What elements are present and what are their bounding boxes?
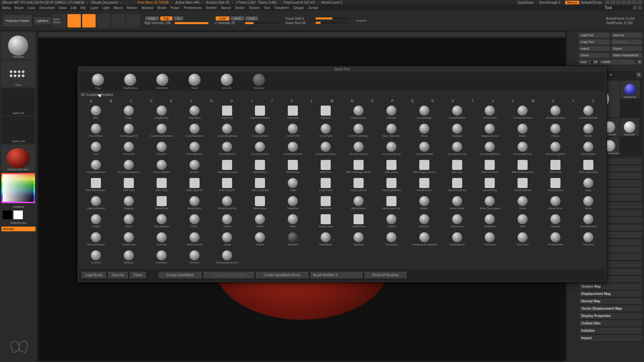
menu-light[interactable]: Light (102, 6, 110, 10)
brush-rake[interactable]: Rake (276, 213, 309, 231)
menu-zscript[interactable]: Zscript (308, 6, 318, 10)
brush-curvestandard[interactable]: CurveStandard (178, 122, 211, 140)
brush-creasecurve[interactable]: CreaseCurve (342, 104, 375, 122)
alpha-filter-U[interactable]: U (483, 99, 503, 103)
brush-weave1[interactable]: Weave1 (112, 249, 145, 267)
brush-move-topological[interactable]: Move Topological (474, 195, 506, 213)
brush-curvebridge[interactable]: CurveBridge (408, 104, 441, 122)
brush-imm-trein[interactable]: IMM Trein (145, 177, 178, 195)
brush-curvepinch[interactable]: CurvePinch (79, 122, 112, 140)
subpalette-vector-displacement-map[interactable]: Vector Displacement Map (578, 305, 643, 312)
brush-pen-a[interactable]: Pen A (112, 213, 145, 231)
brush-transpose[interactable]: Transpose (375, 231, 408, 249)
brush-imm-parts[interactable]: IMM Parts (539, 159, 572, 177)
alternate-button[interactable]: Alternate (1, 227, 36, 231)
clone-brush-button[interactable]: Clone (129, 271, 147, 279)
brush-insertcylinder[interactable]: InsertCylinder (342, 177, 375, 195)
brush-spiral[interactable]: Spiral (211, 231, 244, 249)
menu-texture[interactable]: Texture (249, 6, 260, 10)
rgb-intensity-slider[interactable]: Rgb Intensity 100 (145, 21, 175, 25)
brush-inserthcylinder[interactable]: InsertHCylinder (441, 177, 474, 195)
brush-claybuildup[interactable]: ClayBuildup (145, 104, 178, 122)
brush-maskcircle[interactable]: MaskCircle (145, 195, 178, 213)
brush-modifier-slider[interactable]: Brush Modifier 0 (310, 271, 363, 279)
brush-pinch[interactable]: Pinch (178, 213, 211, 231)
subpalette-import[interactable]: Import (578, 335, 643, 342)
brush-softclay[interactable]: SoftClay (145, 231, 178, 249)
window-btn-3[interactable] (616, 0, 621, 4)
draw-size-slider[interactable]: Draw Size 64 (285, 21, 316, 25)
switchcolor-button[interactable]: SwitchColor (1, 221, 36, 225)
brush-groomspinknot[interactable]: GroomSpinKnot (79, 159, 112, 177)
alpha-filter-X[interactable]: X (543, 99, 563, 103)
texture-thumbnail[interactable]: Texture Off (1, 117, 35, 143)
brush-elastic[interactable]: Elastic (506, 122, 539, 140)
zcut-button[interactable]: Zcut (246, 16, 258, 20)
scale-mode-button[interactable] (112, 14, 125, 27)
goz-visible-button[interactable]: Visible (599, 59, 636, 65)
brush-imm-gun[interactable]: IMM Gun (441, 159, 474, 177)
brush-topology[interactable]: Topology (342, 231, 375, 249)
brush-zproject[interactable]: ZProject (178, 249, 211, 267)
seethrough-slider[interactable]: See-through 0 (539, 1, 560, 4)
brush-inserthcube[interactable]: InsertHCube (408, 177, 441, 195)
window-btn-4[interactable] (621, 0, 626, 4)
brush-zremesherguides[interactable]: ZRemesherGuides (211, 249, 244, 267)
palette-dock-2[interactable] (638, 6, 642, 10)
brush-fold[interactable]: Fold (79, 140, 112, 159)
goz-button[interactable]: GoZ (578, 59, 592, 65)
quickpick-standard[interactable]: Standard (244, 74, 274, 89)
brush-slicecirc[interactable]: SliceCirc (408, 213, 441, 231)
tool-thumb-alphabrush[interactable]: AlphaBrush (621, 80, 640, 99)
menus-toggle[interactable]: Menus (565, 1, 579, 4)
brush-curveeditable[interactable]: CurveEditable (441, 104, 474, 122)
brush-fracture[interactable]: Fracture (145, 140, 178, 159)
make-polymesh3d-button[interactable]: Make PolyMesh3D (611, 52, 643, 58)
color-picker[interactable] (1, 173, 35, 203)
brush-groomspike[interactable]: GroomSpike (572, 140, 605, 159)
create-insertmesh-button[interactable]: Create InsertMesh (158, 271, 202, 279)
brush-displacecurve[interactable]: DisplaceCurve (474, 122, 506, 140)
brush-imm-stemgears[interactable]: IMM StemGears (79, 177, 112, 195)
brush-clipcurve[interactable]: ClipCurve (276, 104, 309, 122)
brush-blob[interactable]: Blob (79, 104, 112, 122)
alpha-filter-F[interactable]: F (181, 99, 202, 103)
brush-trimlasso[interactable]: TrimLasso (572, 231, 605, 249)
menu-marker[interactable]: Marker (127, 6, 137, 10)
reset-brushes-button[interactable]: Reset All Brushes (364, 271, 407, 279)
brush-noise[interactable]: Noise (572, 195, 605, 213)
brush-crumple[interactable]: Crumple (375, 104, 408, 122)
brush-displace[interactable]: Displace (441, 122, 474, 140)
brush-nudge[interactable]: Nudge (79, 213, 112, 231)
tool-r-button[interactable]: R (636, 72, 642, 78)
m-button[interactable]: M (174, 16, 183, 20)
menu-draw[interactable]: Draw (59, 6, 66, 10)
subpalette-displacement-map[interactable]: Displacement Map (578, 290, 643, 297)
brush-imm-ind-parts[interactable]: IMM Ind Parts (474, 159, 506, 177)
brush-pen-shadow[interactable]: Pen Shadow (145, 213, 178, 231)
brush-curvesnapsurface[interactable]: CurveSnapSurface (145, 122, 178, 140)
goz-r-button[interactable]: R (637, 59, 643, 65)
mrgb-button[interactable]: Mrgb (145, 16, 159, 20)
brush-layeredpattern[interactable]: LayeredPattern (79, 195, 112, 213)
create-nanomesh-button[interactable]: Create NanoMesh Brush (255, 271, 309, 279)
brush-imm-army-curve[interactable]: IMM Army Curve (211, 159, 244, 177)
alpha-filter-B[interactable]: B (101, 99, 121, 103)
subpalette-normal-map[interactable]: Normal Map (578, 298, 643, 305)
brush-slide[interactable]: Slide (506, 213, 539, 231)
brush-groomtwister[interactable]: GroomTwister (145, 159, 178, 177)
alpha-filter-K[interactable]: K (282, 99, 302, 103)
copy-tool-button[interactable]: Copy Tool (578, 39, 610, 45)
brush-slicerect[interactable]: SliceRect (474, 213, 506, 231)
menu-preferences[interactable]: Preferences (184, 6, 202, 10)
dynamic-label[interactable]: Dynamic (356, 19, 366, 22)
brush-imm-zipperm[interactable]: IMM ZipperM (178, 177, 211, 195)
alpha-filter-T[interactable]: T (463, 99, 483, 103)
brush-thumbnail[interactable]: Standard (1, 32, 35, 59)
window-btn-6[interactable] (632, 0, 637, 4)
brush-clay[interactable]: Clay (112, 104, 145, 122)
brush-imm-machineparts[interactable]: IMM MachineParts (506, 159, 539, 177)
palette-dock-1[interactable] (633, 6, 637, 10)
brush-curvemultitube[interactable]: CurveMultiTube (572, 104, 605, 122)
primary-color[interactable] (13, 210, 23, 219)
